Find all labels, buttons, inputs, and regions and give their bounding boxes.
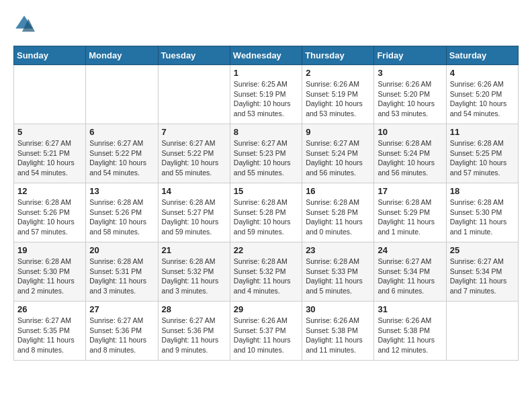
calendar-cell: 1Sunrise: 6:25 AM Sunset: 5:19 PM Daylig… (230, 65, 302, 124)
day-info: Sunrise: 6:26 AM Sunset: 5:37 PM Dayligh… (234, 316, 298, 355)
day-number: 13 (89, 186, 154, 196)
day-info: Sunrise: 6:26 AM Sunset: 5:38 PM Dayligh… (306, 316, 370, 355)
day-number: 8 (234, 127, 298, 137)
calendar-cell: 23Sunrise: 6:28 AM Sunset: 5:33 PM Dayli… (302, 242, 374, 302)
calendar-cell: 28Sunrise: 6:27 AM Sunset: 5:36 PM Dayli… (158, 302, 230, 361)
calendar-cell (446, 302, 518, 361)
calendar-cell: 13Sunrise: 6:28 AM Sunset: 5:26 PM Dayli… (86, 183, 158, 242)
day-number: 20 (89, 245, 154, 255)
calendar-cell: 4Sunrise: 6:26 AM Sunset: 5:20 PM Daylig… (446, 65, 518, 124)
calendar-cell: 20Sunrise: 6:28 AM Sunset: 5:31 PM Dayli… (86, 242, 158, 302)
calendar-cell: 10Sunrise: 6:28 AM Sunset: 5:24 PM Dayli… (374, 124, 446, 183)
day-number: 24 (378, 245, 442, 255)
weekday-header: Monday (86, 46, 158, 65)
day-number: 19 (17, 245, 82, 255)
day-info: Sunrise: 6:27 AM Sunset: 5:35 PM Dayligh… (17, 316, 82, 355)
calendar-cell: 12Sunrise: 6:28 AM Sunset: 5:26 PM Dayli… (14, 183, 86, 242)
calendar-cell: 29Sunrise: 6:26 AM Sunset: 5:37 PM Dayli… (230, 302, 302, 361)
day-info: Sunrise: 6:28 AM Sunset: 5:33 PM Dayligh… (306, 257, 370, 296)
day-info: Sunrise: 6:27 AM Sunset: 5:22 PM Dayligh… (162, 138, 226, 178)
day-info: Sunrise: 6:26 AM Sunset: 5:19 PM Dayligh… (306, 79, 370, 119)
day-number: 4 (450, 68, 515, 78)
calendar-cell: 25Sunrise: 6:27 AM Sunset: 5:34 PM Dayli… (446, 242, 518, 302)
day-info: Sunrise: 6:26 AM Sunset: 5:38 PM Dayligh… (378, 316, 442, 355)
day-info: Sunrise: 6:25 AM Sunset: 5:19 PM Dayligh… (234, 79, 298, 119)
calendar-cell (86, 65, 158, 124)
day-number: 18 (450, 186, 515, 196)
calendar-cell: 2Sunrise: 6:26 AM Sunset: 5:19 PM Daylig… (302, 65, 374, 124)
calendar-cell: 7Sunrise: 6:27 AM Sunset: 5:22 PM Daylig… (158, 124, 230, 183)
calendar-week-row: 1Sunrise: 6:25 AM Sunset: 5:19 PM Daylig… (14, 65, 519, 124)
day-info: Sunrise: 6:27 AM Sunset: 5:34 PM Dayligh… (378, 257, 442, 296)
day-info: Sunrise: 6:26 AM Sunset: 5:20 PM Dayligh… (378, 79, 442, 119)
calendar-cell: 27Sunrise: 6:27 AM Sunset: 5:36 PM Dayli… (86, 302, 158, 361)
calendar-cell: 24Sunrise: 6:27 AM Sunset: 5:34 PM Dayli… (374, 242, 446, 302)
calendar-cell: 3Sunrise: 6:26 AM Sunset: 5:20 PM Daylig… (374, 65, 446, 124)
day-info: Sunrise: 6:28 AM Sunset: 5:26 PM Dayligh… (17, 197, 82, 237)
calendar-cell: 11Sunrise: 6:28 AM Sunset: 5:25 PM Dayli… (446, 124, 518, 183)
day-info: Sunrise: 6:28 AM Sunset: 5:29 PM Dayligh… (378, 197, 442, 237)
day-number: 23 (306, 245, 370, 255)
day-info: Sunrise: 6:28 AM Sunset: 5:32 PM Dayligh… (234, 257, 298, 296)
calendar-cell: 8Sunrise: 6:27 AM Sunset: 5:23 PM Daylig… (230, 124, 302, 183)
logo-icon (13, 13, 35, 35)
calendar-cell: 15Sunrise: 6:28 AM Sunset: 5:28 PM Dayli… (230, 183, 302, 242)
day-number: 21 (162, 245, 226, 255)
day-number: 30 (306, 304, 370, 314)
day-number: 16 (306, 186, 370, 196)
day-number: 1 (234, 68, 298, 78)
day-info: Sunrise: 6:28 AM Sunset: 5:30 PM Dayligh… (450, 197, 515, 237)
day-number: 3 (378, 68, 442, 78)
day-number: 31 (378, 304, 442, 314)
day-info: Sunrise: 6:27 AM Sunset: 5:22 PM Dayligh… (89, 138, 154, 178)
day-info: Sunrise: 6:28 AM Sunset: 5:31 PM Dayligh… (89, 257, 154, 296)
day-info: Sunrise: 6:27 AM Sunset: 5:24 PM Dayligh… (306, 138, 370, 178)
day-number: 17 (378, 186, 442, 196)
day-info: Sunrise: 6:27 AM Sunset: 5:34 PM Dayligh… (450, 257, 515, 296)
day-number: 2 (306, 68, 370, 78)
day-info: Sunrise: 6:28 AM Sunset: 5:30 PM Dayligh… (17, 257, 82, 296)
weekday-header: Wednesday (230, 46, 302, 65)
calendar-cell: 17Sunrise: 6:28 AM Sunset: 5:29 PM Dayli… (374, 183, 446, 242)
day-number: 22 (234, 245, 298, 255)
calendar-cell: 14Sunrise: 6:28 AM Sunset: 5:27 PM Dayli… (158, 183, 230, 242)
calendar-week-row: 26Sunrise: 6:27 AM Sunset: 5:35 PM Dayli… (14, 302, 519, 361)
weekday-header: Thursday (302, 46, 374, 65)
day-number: 11 (450, 127, 515, 137)
day-info: Sunrise: 6:28 AM Sunset: 5:28 PM Dayligh… (234, 197, 298, 237)
calendar-cell (14, 65, 86, 124)
day-info: Sunrise: 6:27 AM Sunset: 5:36 PM Dayligh… (162, 316, 226, 355)
day-info: Sunrise: 6:27 AM Sunset: 5:21 PM Dayligh… (17, 138, 82, 178)
day-info: Sunrise: 6:28 AM Sunset: 5:32 PM Dayligh… (162, 257, 226, 296)
calendar-cell (158, 65, 230, 124)
day-number: 15 (234, 186, 298, 196)
calendar-week-row: 12Sunrise: 6:28 AM Sunset: 5:26 PM Dayli… (14, 183, 519, 242)
page-header (13, 13, 519, 35)
calendar-cell: 5Sunrise: 6:27 AM Sunset: 5:21 PM Daylig… (14, 124, 86, 183)
weekday-header: Friday (374, 46, 446, 65)
day-number: 14 (162, 186, 226, 196)
day-number: 7 (162, 127, 226, 137)
day-number: 25 (450, 245, 515, 255)
calendar-cell: 16Sunrise: 6:28 AM Sunset: 5:28 PM Dayli… (302, 183, 374, 242)
calendar-week-row: 19Sunrise: 6:28 AM Sunset: 5:30 PM Dayli… (14, 242, 519, 302)
calendar-table: SundayMondayTuesdayWednesdayThursdayFrid… (13, 46, 519, 361)
day-number: 9 (306, 127, 370, 137)
day-info: Sunrise: 6:26 AM Sunset: 5:20 PM Dayligh… (450, 79, 515, 119)
calendar-cell: 26Sunrise: 6:27 AM Sunset: 5:35 PM Dayli… (14, 302, 86, 361)
day-info: Sunrise: 6:28 AM Sunset: 5:26 PM Dayligh… (89, 197, 154, 237)
weekday-header: Sunday (14, 46, 86, 65)
logo (13, 13, 39, 35)
day-number: 12 (17, 186, 82, 196)
day-number: 5 (17, 127, 82, 137)
weekday-header: Saturday (446, 46, 518, 65)
calendar-cell: 22Sunrise: 6:28 AM Sunset: 5:32 PM Dayli… (230, 242, 302, 302)
day-number: 29 (234, 304, 298, 314)
day-info: Sunrise: 6:27 AM Sunset: 5:23 PM Dayligh… (234, 138, 298, 178)
calendar-cell: 18Sunrise: 6:28 AM Sunset: 5:30 PM Dayli… (446, 183, 518, 242)
calendar-cell: 21Sunrise: 6:28 AM Sunset: 5:32 PM Dayli… (158, 242, 230, 302)
day-info: Sunrise: 6:27 AM Sunset: 5:36 PM Dayligh… (89, 316, 154, 355)
day-info: Sunrise: 6:28 AM Sunset: 5:28 PM Dayligh… (306, 197, 370, 237)
calendar-cell: 19Sunrise: 6:28 AM Sunset: 5:30 PM Dayli… (14, 242, 86, 302)
day-info: Sunrise: 6:28 AM Sunset: 5:27 PM Dayligh… (162, 197, 226, 237)
